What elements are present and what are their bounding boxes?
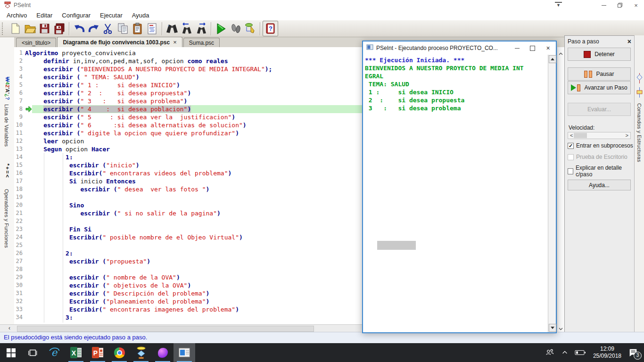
line-number: 12 [14,137,23,145]
close-button[interactable]: × [628,0,644,10]
gray-artifact [377,241,416,250]
internet-explorer-taskbar-button[interactable]: e [43,343,65,362]
help-button[interactable]: Ayuda... [568,180,631,190]
scroll-up-icon[interactable] [559,49,563,54]
checkbox-icon[interactable]: ✓ [568,143,574,149]
panel-close-icon[interactable]: × [627,38,631,45]
console-line: 3 : si desea problema [365,104,548,112]
menu-ayuda[interactable]: Ayuda [127,11,154,20]
find-next-button[interactable] [194,21,208,36]
checkbox-icon[interactable] [568,168,573,174]
task-view-taskbar-button[interactable] [22,343,43,362]
find-button[interactable] [165,21,179,36]
clock[interactable]: 12:09 25/09/2018 [589,346,625,360]
chrome-taskbar-button[interactable] [108,343,130,362]
checkbox-prueba-de-escritorio[interactable]: Prueba de Escritorio [568,154,627,160]
format-code-icon [146,23,158,35]
slider-thumb[interactable] [574,133,587,138]
evaluar-button[interactable]: Evaluar... [568,103,631,116]
line-number: 29 [14,273,23,281]
undo-button[interactable] [72,21,86,36]
scroll-down-icon[interactable] [559,324,563,329]
slider-right-icon[interactable]: > [626,132,628,139]
copy-button[interactable] [116,21,130,36]
horizontal-scroll-thumb[interactable] [17,326,314,332]
draw-flowchart-button[interactable] [243,21,257,36]
find-prev-button[interactable] [179,21,194,36]
find-prev-icon [181,23,193,35]
tab-label: Suma.psc [189,40,214,46]
redo-button[interactable] [86,21,101,36]
line-number: 20 [14,201,23,209]
menu-editar[interactable]: Editar [32,11,57,20]
menu-ejecutar[interactable]: Ejecutar [95,11,127,20]
excel-icon: X [70,346,82,359]
console-output[interactable]: *** Ejecución Iniciada. ***BIENVENIDOS A… [363,55,548,332]
tab-diagrama-de-flujo-convivencia-1003-psc[interactable]: Diagrama de flujo convivencia 1003.psc× [57,37,182,47]
line-number: 7 [14,97,23,105]
sidebar-tab-lista-de-variables[interactable]: Lista de Variables [4,104,9,147]
execution-arrow-icon [25,106,32,114]
checkbox-icon[interactable] [568,154,574,160]
battery-icon[interactable] [571,343,589,362]
checkbox-explicar-en-detalle-c-paso[interactable]: Explicar en detalle c/paso [568,165,634,178]
restore-button[interactable] [612,0,628,10]
run-button[interactable] [214,21,228,36]
sidebar-tab-comandos-y-estructuras[interactable]: Comandos y Estructuras [636,103,642,162]
flowchart-label-icon[interactable] [636,86,643,100]
people-icon[interactable] [541,343,558,362]
toolbar: ? [0,20,644,37]
paste-button[interactable] [130,21,145,36]
pseint-executor-icon [178,346,190,359]
slider-left-icon[interactable]: < [570,132,573,139]
exec-minimize-button[interactable] [509,41,525,55]
pause-icon [584,71,592,78]
execution-window-title: PSeInt - Ejecutando proceso PROYECTO_CO.… [376,45,509,51]
powerpoint-taskbar-button[interactable]: P [87,343,108,362]
new-file-button[interactable] [8,21,23,36]
pausar-button[interactable]: Pausar [568,67,631,81]
operators-icon[interactable]: *+=< [5,164,10,179]
start-taskbar-button[interactable] [0,343,22,362]
detener-button[interactable]: Detener [568,48,631,61]
execution-title-bar[interactable]: PSeInt - Ejecutando proceso PROYECTO_CO.… [363,41,556,55]
console-scroll-down-icon[interactable] [549,324,556,332]
pseint-executor-taskbar-button[interactable] [173,343,195,362]
open-file-button[interactable] [23,21,37,36]
exec-close-button[interactable]: × [540,41,556,55]
line-number: 9 [14,113,23,121]
save-file-button[interactable] [37,21,52,36]
console-scrollbar[interactable] [548,55,556,332]
speed-slider[interactable]: < > [568,132,631,139]
button-label: Avanzar un Paso [584,84,627,91]
editor-vertical-scrollbar[interactable] [557,47,564,332]
save-all-button[interactable] [52,21,66,36]
button-label: Detener [594,51,615,58]
tab-close-icon[interactable]: × [173,39,177,46]
exec-maximize-button[interactable] [525,41,540,55]
notifications-icon[interactable]: 3 [625,343,644,362]
toolbar-separator [211,22,211,35]
paint-3d-taskbar-button[interactable] [152,343,173,362]
excel-taskbar-button[interactable]: X [65,343,87,362]
menu-configurar[interactable]: Configurar [57,11,95,20]
format-code-button[interactable] [145,21,159,36]
variables-icon[interactable]: ₩42'A'¿? [5,77,10,100]
console-scroll-up-icon[interactable] [549,55,556,63]
menu-archivo[interactable]: Archivo [2,11,32,20]
pseint-taskbar-button[interactable] [130,343,152,362]
scroll-left-icon[interactable]: ‹ [8,325,10,331]
cut-button[interactable] [101,21,116,36]
sidebar-tab-operadores-y-funciones[interactable]: Operadores y Funciones [4,189,9,248]
minimize-button[interactable] [596,0,612,10]
tab-list-icon[interactable]: ▼ [555,2,562,9]
windows-taskbar: eXP 12:09 25/09/2018 3 [0,343,644,362]
tab-suma-psc[interactable]: Suma.psc [183,38,220,47]
step-run-button[interactable] [228,21,243,36]
tab--sin-titulo-[interactable]: <sin_titulo> [16,38,56,47]
help-button[interactable]: ? [263,21,278,36]
avanzar-un-paso-button[interactable]: Avanzar un Paso [568,81,631,94]
chevron-up-icon[interactable] [558,343,571,362]
flowchart-icon[interactable] [636,73,643,86]
checkbox-entrar-en-subprocesos[interactable]: ✓Entrar en subprocesos [568,142,633,149]
